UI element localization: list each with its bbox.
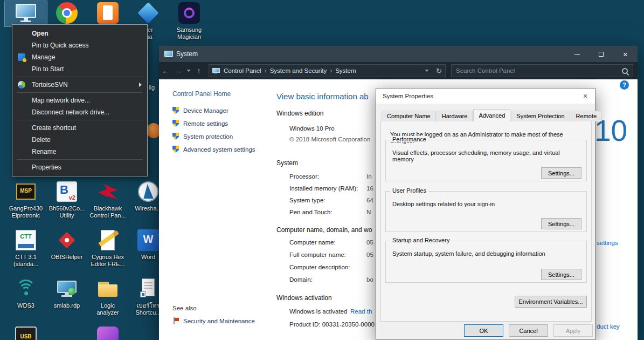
tab-remote[interactable]: Remote <box>571 111 603 121</box>
desktop-icon-ctt[interactable]: CTT CTT 3.1 (standa... <box>5 228 47 268</box>
breadcrumb-system-and-security[interactable]: System and Security <box>267 67 329 74</box>
breadcrumb-control-panel[interactable]: Control Panel <box>221 67 264 74</box>
search-input[interactable] <box>456 67 621 74</box>
desktop-background[interactable]: wer ma Samsung Magician MSP GangPro430 E… <box>0 0 644 340</box>
orange-app-icon <box>96 1 120 25</box>
row-label: Computer description: <box>289 264 350 270</box>
performance-settings-button[interactable]: Settings... <box>541 167 581 179</box>
system-window-titlebar[interactable]: System × <box>159 46 638 62</box>
dialog-close-button[interactable]: × <box>576 92 595 100</box>
desktop-icon-smlab-rdp[interactable]: smlab.rdp <box>46 277 88 309</box>
cancel-button[interactable]: Cancel <box>509 324 548 337</box>
partial-icon-label: lig <box>149 84 155 91</box>
sidebar-item-remote-settings[interactable]: Remote settings <box>172 120 228 127</box>
minimize-button[interactable] <box>565 46 589 62</box>
sidebar-item-security-and-maintenance[interactable]: Security and Maintenance <box>172 317 255 324</box>
desktop-icon-bh560v2[interactable]: Bv2 Bh560v2Co... Utility <box>46 180 88 219</box>
row-value: 05 <box>366 239 373 246</box>
desktop-icon-wds3[interactable]: WDS3 <box>5 277 47 309</box>
ok-button[interactable]: OK <box>464 324 503 337</box>
sidebar-item-control-panel-home[interactable]: Control Panel Home <box>172 90 231 98</box>
change-settings-link[interactable]: settings <box>597 240 618 246</box>
maximize-icon <box>599 52 604 57</box>
desktop-icon-logic-analyzer[interactable]: Logic analyzer <box>87 277 129 316</box>
address-bar[interactable]: Control Panel › System and Security › Sy… <box>209 64 446 77</box>
tab-hardware[interactable]: Hardware <box>437 111 473 121</box>
tab-system-protection[interactable]: System Protection <box>511 111 570 121</box>
dialog-titlebar[interactable]: System Properties × <box>376 89 595 104</box>
submenu-arrow-icon <box>139 83 142 87</box>
wds3-icon <box>14 277 38 301</box>
row-label: System type: <box>289 197 325 203</box>
folder-icon <box>96 277 120 301</box>
read-terms-link[interactable]: Read th <box>350 308 372 315</box>
address-dropdown-button[interactable] <box>423 70 431 72</box>
window-title: System <box>176 50 198 58</box>
menu-item-delete[interactable]: Delete <box>12 134 147 146</box>
desktop-icon-usb-partial[interactable]: USB <box>5 325 47 340</box>
menu-item-manage[interactable]: Manage <box>12 51 147 63</box>
uac-shield-icon <box>172 133 179 140</box>
menu-item-tortoisesvn[interactable]: TortoiseSVN <box>12 79 147 91</box>
windows-copyright: © 2018 Microsoft Corporation <box>289 136 370 142</box>
breadcrumb-system[interactable]: System <box>333 67 358 74</box>
tab-computer-name[interactable]: Computer Name <box>382 111 436 121</box>
close-button[interactable]: × <box>613 46 638 62</box>
startup-recovery-group-desc: System startup, system failure, and debu… <box>392 250 580 257</box>
desktop-icon-blackhawk[interactable]: Blackhawk Control Pan... <box>87 180 129 219</box>
apply-button[interactable]: Apply <box>553 324 593 337</box>
search-box[interactable] <box>451 64 633 77</box>
context-menu: Open Pin to Quick access Manage Pin to S… <box>12 24 148 176</box>
user-profiles-group-desc: Desktop settings related to your sign-in <box>392 201 580 207</box>
menu-item-open[interactable]: Open <box>12 28 147 39</box>
desktop-icon-cygnus-hex-editor[interactable]: Cygnus Hex Editor FRE... <box>87 228 129 268</box>
desktop-icon-label: Samsung Magician <box>168 26 210 40</box>
back-button[interactable]: ← <box>159 66 172 75</box>
help-icon[interactable]: ? <box>620 80 629 90</box>
flag-icon <box>172 317 179 324</box>
environment-variables-button[interactable]: Environment Variables... <box>515 296 587 308</box>
desktop-icon-label: GangPro430 Elprotronic <box>5 205 47 219</box>
cygnus-hex-editor-icon <box>96 228 120 252</box>
row-value: 05 <box>366 251 373 258</box>
sidebar-item-device-manager[interactable]: Device Manager <box>172 107 228 114</box>
menu-item-create-shortcut[interactable]: Create shortcut <box>12 122 147 134</box>
row-label: Computer name: <box>289 239 336 246</box>
row-value: 64 <box>366 197 373 203</box>
manage-icon <box>18 53 25 61</box>
refresh-button[interactable]: ↻ <box>436 67 442 75</box>
menu-item-disconnect-network-drive[interactable]: Disconnect network drive... <box>12 106 147 118</box>
desktop-icon-samsung-magician[interactable]: Samsung Magician <box>168 1 210 40</box>
menu-item-map-network-drive[interactable]: Map network drive... <box>12 94 147 106</box>
up-button[interactable]: ↑ <box>192 66 205 75</box>
menu-item-pin-to-quick-access[interactable]: Pin to Quick access <box>12 39 147 51</box>
row-value: N <box>366 209 371 215</box>
obishelper-icon <box>55 228 79 252</box>
menu-item-pin-to-start[interactable]: Pin to Start <box>12 63 147 75</box>
sidebar-item-advanced-system-settings[interactable]: Advanced system settings <box>172 146 255 153</box>
desktop-icon-purple-partial[interactable] <box>87 325 129 340</box>
desktop-icon-this-pc[interactable] <box>5 1 47 26</box>
tab-advanced[interactable]: Advanced <box>473 109 510 121</box>
windows-product: Windows 10 Pro <box>289 125 335 132</box>
performance-group-desc: Visual effects, processor scheduling, me… <box>392 149 580 162</box>
menu-item-properties[interactable]: Properties <box>12 161 147 173</box>
wireshark-icon <box>136 180 160 203</box>
search-icon[interactable] <box>621 67 628 74</box>
blackhawk-icon <box>96 180 120 203</box>
row-value: 16 <box>366 185 373 192</box>
history-dropdown-button[interactable] <box>185 70 192 72</box>
desktop-icon-label: smlab.rdp <box>46 302 88 309</box>
user-profiles-settings-button[interactable]: Settings... <box>541 218 581 229</box>
change-product-key-link[interactable]: duct key <box>597 323 620 330</box>
sidebar-item-system-protection[interactable]: System protection <box>172 133 233 140</box>
startup-recovery-settings-button[interactable]: Settings... <box>541 269 581 280</box>
desktop-icon-gangpro430[interactable]: MSP GangPro430 Elprotronic <box>5 180 47 219</box>
maximize-button[interactable] <box>589 46 613 62</box>
desktop-icon-chrome[interactable] <box>46 1 88 26</box>
desktop-icon-obishelper[interactable]: OBISHelper <box>46 228 88 261</box>
forward-button[interactable]: → <box>172 66 185 75</box>
desktop-icon-label: OBISHelper <box>46 254 88 261</box>
desktop-icon-orange-app[interactable] <box>87 1 129 26</box>
menu-item-rename[interactable]: Rename <box>12 146 147 158</box>
